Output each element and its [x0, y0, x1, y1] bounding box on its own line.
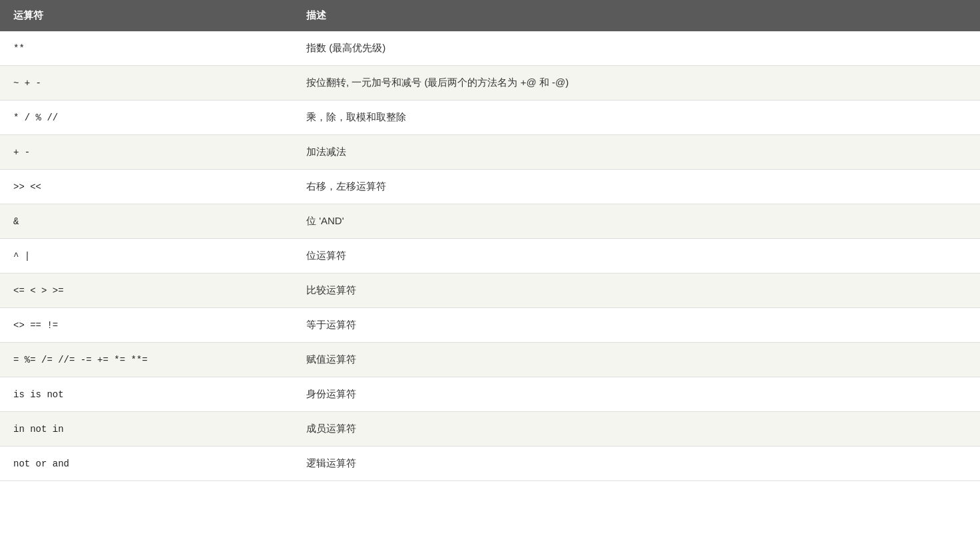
table-row: <= < > >=比较运算符	[0, 273, 980, 308]
operator-cell: <> == !=	[0, 308, 293, 343]
table-row: = %= /= //= -= += *= **=赋值运算符	[0, 343, 980, 377]
operator-cell: >> <<	[0, 170, 293, 204]
description-cell: 指数 (最高优先级)	[293, 31, 980, 66]
table-row: in not in成员运算符	[0, 412, 980, 447]
table-header-row: 运算符 描述	[0, 0, 980, 31]
description-cell: 按位翻转, 一元加号和减号 (最后两个的方法名为 +@ 和 -@)	[293, 66, 980, 100]
table-row: ^ |位运算符	[0, 239, 980, 273]
main-container: 运算符 描述 **指数 (最高优先级)~ + -按位翻转, 一元加号和减号 (最…	[0, 0, 980, 539]
description-cell: 位 'AND'	[293, 204, 980, 239]
description-cell: 逻辑运算符	[293, 447, 980, 481]
operator-cell: <= < > >=	[0, 273, 293, 308]
table-row: is is not身份运算符	[0, 377, 980, 412]
table-row: * / % //乘，除，取模和取整除	[0, 100, 980, 135]
table-row: ~ + -按位翻转, 一元加号和减号 (最后两个的方法名为 +@ 和 -@)	[0, 66, 980, 100]
description-cell: 位运算符	[293, 239, 980, 273]
description-cell: 乘，除，取模和取整除	[293, 100, 980, 135]
description-cell: 等于运算符	[293, 308, 980, 343]
table-row: >> <<右移，左移运算符	[0, 170, 980, 204]
operator-cell: is is not	[0, 377, 293, 412]
operators-table: 运算符 描述 **指数 (最高优先级)~ + -按位翻转, 一元加号和减号 (最…	[0, 0, 980, 481]
description-cell: 右移，左移运算符	[293, 170, 980, 204]
column-header-description: 描述	[293, 0, 980, 31]
operator-cell: + -	[0, 135, 293, 170]
description-cell: 成员运算符	[293, 412, 980, 447]
description-cell: 身份运算符	[293, 377, 980, 412]
description-cell: 加法减法	[293, 135, 980, 170]
column-header-operator: 运算符	[0, 0, 293, 31]
operator-cell: not or and	[0, 447, 293, 481]
table-row: not or and逻辑运算符	[0, 447, 980, 481]
description-cell: 赋值运算符	[293, 343, 980, 377]
table-row: <> == !=等于运算符	[0, 308, 980, 343]
operator-cell: in not in	[0, 412, 293, 447]
operator-cell: **	[0, 31, 293, 66]
description-cell: 比较运算符	[293, 273, 980, 308]
table-row: **指数 (最高优先级)	[0, 31, 980, 66]
table-row: &位 'AND'	[0, 204, 980, 239]
operator-cell: &	[0, 204, 293, 239]
operator-cell: ~ + -	[0, 66, 293, 100]
table-row: + -加法减法	[0, 135, 980, 170]
operator-cell: * / % //	[0, 100, 293, 135]
operator-cell: = %= /= //= -= += *= **=	[0, 343, 293, 377]
operator-cell: ^ |	[0, 239, 293, 273]
